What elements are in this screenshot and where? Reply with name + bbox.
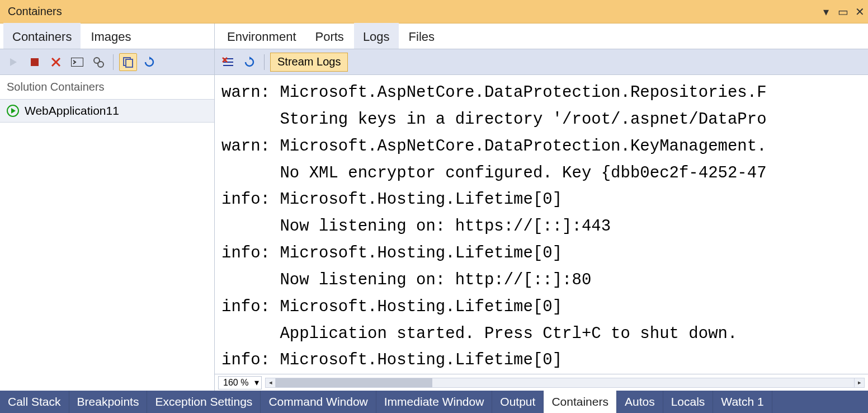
log-scroll[interactable]: warn: Microsoft.AspNetCore.DataProtectio…	[215, 75, 868, 374]
btab-locals[interactable]: Locals	[663, 391, 714, 413]
container-name: WebApplication11	[25, 104, 119, 118]
titlebar: Containers ▾ ▭ ✕	[0, 0, 868, 24]
left-tabs: Containers Images	[0, 24, 214, 49]
btab-exception-settings[interactable]: Exception Settings	[147, 391, 261, 413]
separator	[264, 54, 265, 70]
right-toolbar: Stream Logs	[215, 49, 868, 75]
btab-containers[interactable]: Containers	[544, 391, 617, 413]
window-title: Containers	[8, 5, 62, 18]
tab-logs[interactable]: Logs	[354, 23, 399, 49]
clear-icon[interactable]	[219, 53, 237, 71]
scroll-left-icon[interactable]: ◂	[266, 378, 276, 387]
separator	[113, 54, 114, 70]
zoom-value: 160 %	[223, 378, 248, 388]
svg-rect-1	[31, 58, 39, 66]
chevron-down-icon: ▾	[254, 377, 259, 388]
tab-containers[interactable]: Containers	[3, 23, 81, 49]
right-tabs: Environment Ports Logs Files	[215, 24, 868, 49]
log-area: warn: Microsoft.AspNetCore.DataProtectio…	[215, 75, 868, 374]
section-header: Solution Containers	[0, 75, 214, 99]
scroll-right-icon[interactable]: ▸	[854, 378, 864, 387]
right-panel: Environment Ports Logs Files Stream Logs	[215, 24, 868, 391]
horizontal-scrollbar[interactable]: ◂ ▸	[265, 378, 865, 388]
copy-icon[interactable]	[119, 53, 137, 71]
svg-marker-0	[10, 58, 17, 66]
close-icon[interactable]: ✕	[853, 5, 866, 18]
log-content: warn: Microsoft.AspNetCore.DataProtectio…	[215, 75, 868, 374]
bottom-tabs: Call Stack Breakpoints Exception Setting…	[0, 391, 868, 413]
stop-icon[interactable]	[26, 53, 44, 71]
svg-rect-4	[71, 58, 83, 67]
btab-output[interactable]: Output	[492, 391, 544, 413]
left-panel: Containers Images	[0, 24, 215, 391]
stream-logs-button[interactable]: Stream Logs	[270, 53, 348, 72]
remove-icon[interactable]	[47, 53, 65, 71]
btab-autos[interactable]: Autos	[617, 391, 663, 413]
btab-command-window[interactable]: Command Window	[261, 391, 376, 413]
zoom-select[interactable]: 160 % ▾	[218, 376, 262, 389]
tab-environment[interactable]: Environment	[218, 23, 305, 49]
terminal-icon[interactable]	[68, 53, 86, 71]
btab-breakpoints[interactable]: Breakpoints	[69, 391, 148, 413]
refresh-icon[interactable]	[140, 53, 158, 71]
tab-ports[interactable]: Ports	[306, 23, 353, 49]
zoom-bar: 160 % ▾ ◂ ▸	[215, 374, 868, 391]
btab-immediate-window[interactable]: Immediate Window	[376, 391, 493, 413]
play-icon[interactable]	[4, 53, 22, 71]
svg-rect-8	[126, 59, 133, 67]
maximize-icon[interactable]: ▭	[837, 5, 849, 18]
scroll-thumb[interactable]	[276, 378, 432, 387]
dropdown-icon[interactable]: ▾	[820, 5, 832, 18]
left-toolbar	[0, 49, 214, 75]
settings-icon[interactable]	[89, 53, 107, 71]
running-icon	[7, 105, 19, 117]
container-item[interactable]: WebApplication11	[0, 99, 214, 123]
btab-call-stack[interactable]: Call Stack	[0, 391, 69, 413]
svg-point-6	[98, 62, 103, 67]
tab-images[interactable]: Images	[82, 23, 140, 49]
refresh-logs-icon[interactable]	[240, 53, 258, 71]
tab-files[interactable]: Files	[400, 23, 444, 49]
btab-watch-1[interactable]: Watch 1	[713, 391, 772, 413]
